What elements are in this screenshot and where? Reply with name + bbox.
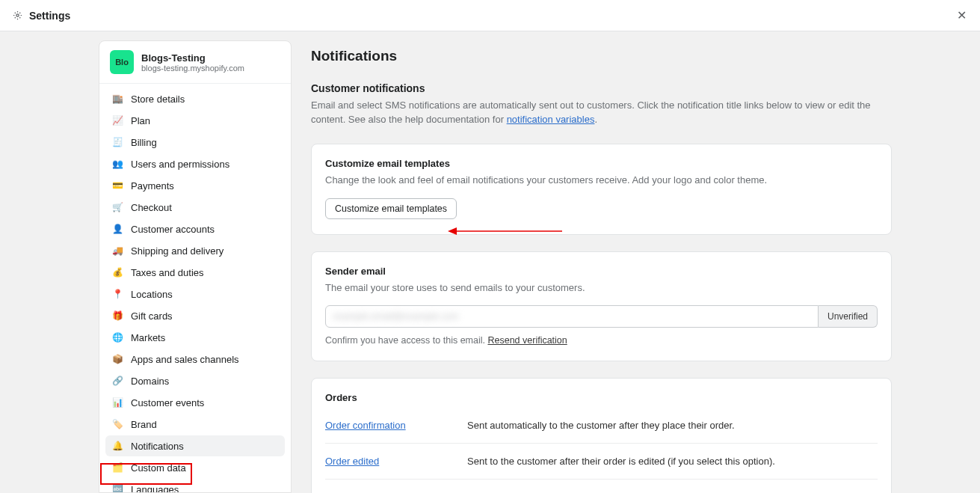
page-title: Notifications — [311, 48, 892, 64]
unverified-badge: Unverified — [819, 305, 878, 328]
storefront-icon: 🏬 — [111, 93, 123, 105]
store-name: Blogs-Testing — [141, 52, 244, 64]
sidebar-item-label: Gift cards — [131, 310, 173, 322]
sidebar-item-label: Domains — [131, 376, 169, 387]
sidebar-item-label: Locations — [131, 289, 173, 300]
svg-point-0 — [16, 14, 19, 16]
store-domain: blogs-testing.myshopify.com — [141, 64, 244, 73]
events-icon: 📊 — [111, 396, 123, 408]
sidebar-item-label: Markets — [131, 332, 165, 343]
sidebar-item-users-and-permissions[interactable]: 👥Users and permissions — [105, 153, 285, 174]
sidebar-item-label: Payments — [131, 180, 174, 192]
apps-icon: 📦 — [111, 353, 123, 365]
sidebar-item-custom-data[interactable]: 🗂️Custom data — [105, 457, 285, 478]
sidebar-item-billing[interactable]: 🧾Billing — [105, 132, 285, 153]
sidebar-item-label: Store details — [131, 94, 185, 105]
store-header[interactable]: Blo Blogs-Testing blogs-testing.myshopif… — [99, 41, 291, 84]
gear-icon — [12, 10, 23, 21]
users-icon: 👥 — [111, 158, 123, 170]
bell-icon: 🔔 — [111, 440, 123, 452]
orders-table: Order confirmationSent automatically to … — [325, 408, 878, 493]
customer-notifications-section: Customer notifications Email and select … — [311, 82, 892, 127]
data-icon: 🗂️ — [111, 462, 123, 474]
cart-icon: 🛒 — [111, 201, 123, 213]
topbar: Settings ✕ — [0, 0, 980, 31]
pin-icon: 📍 — [111, 288, 123, 300]
chart-icon: 📈 — [111, 114, 123, 126]
notification-link[interactable]: Order confirmation — [325, 420, 406, 431]
sidebar-item-shipping-and-delivery[interactable]: 🚚Shipping and delivery — [105, 240, 285, 261]
sidebar-item-markets[interactable]: 🌐Markets — [105, 327, 285, 348]
section-description: Email and select SMS notifications are a… — [311, 99, 892, 127]
sidebar-item-label: Apps and sales channels — [131, 354, 239, 365]
lang-icon: 🔤 — [111, 483, 123, 493]
card-title: Customize email templates — [325, 158, 878, 169]
sidebar-item-customer-events[interactable]: 📊Customer events — [105, 392, 285, 413]
sidebar-item-plan[interactable]: 📈Plan — [105, 110, 285, 131]
sidebar-item-payments[interactable]: 💳Payments — [105, 175, 285, 196]
notification-description: Sent to the customer after their order i… — [467, 456, 775, 467]
card-title: Orders — [325, 392, 878, 403]
card-text: The email your store uses to send emails… — [325, 281, 878, 296]
sidebar-item-label: Shipping and delivery — [131, 245, 224, 257]
card-title: Sender email — [325, 266, 878, 277]
sidebar-item-taxes-and-duties[interactable]: 💰Taxes and duties — [105, 262, 285, 283]
sender-email-input[interactable]: example.email@example.com — [325, 305, 819, 328]
section-heading: Customer notifications — [311, 82, 892, 94]
sidebar-item-locations[interactable]: 📍Locations — [105, 284, 285, 304]
table-row: Order edited invoiceSent to the customer… — [325, 480, 878, 493]
sidebar-item-label: Plan — [131, 115, 150, 126]
sidebar-item-languages[interactable]: 🔤Languages — [105, 479, 285, 493]
table-row: Order editedSent to the customer after t… — [325, 444, 878, 480]
sidebar-item-label: Languages — [131, 484, 179, 494]
sender-email-row: example.email@example.com Unverified — [325, 305, 878, 328]
sidebar-item-label: Taxes and duties — [131, 267, 204, 278]
store-avatar: Blo — [110, 50, 134, 74]
sidebar-item-label: Users and permissions — [131, 159, 229, 170]
receipt-icon: 🧾 — [111, 136, 123, 148]
sender-email-card: Sender email The email your store uses t… — [311, 251, 892, 362]
confirm-line: Confirm you have access to this email. R… — [325, 335, 878, 346]
sidebar-item-checkout[interactable]: 🛒Checkout — [105, 197, 285, 218]
close-icon[interactable]: ✕ — [955, 5, 968, 25]
sidebar-item-brand[interactable]: 🏷️Brand — [105, 414, 285, 435]
truck-icon: 🚚 — [111, 245, 123, 257]
sidebar-item-domains[interactable]: 🔗Domains — [105, 370, 285, 391]
settings-sidebar: Blo Blogs-Testing blogs-testing.myshopif… — [99, 40, 292, 493]
nav-list: 🏬Store details📈Plan🧾Billing👥Users and pe… — [99, 84, 291, 493]
notification-variables-link[interactable]: notification variables — [507, 114, 595, 125]
sidebar-item-label: Customer events — [131, 397, 204, 408]
sidebar-item-notifications[interactable]: 🔔Notifications — [105, 435, 285, 456]
card-text: Change the look and feel of email notifi… — [325, 174, 878, 188]
sidebar-item-gift-cards[interactable]: 🎁Gift cards — [105, 305, 285, 326]
sidebar-item-label: Brand — [131, 419, 157, 430]
sidebar-item-customer-accounts[interactable]: 👤Customer accounts — [105, 218, 285, 239]
sidebar-item-store-details[interactable]: 🏬Store details — [105, 88, 285, 109]
person-icon: 👤 — [111, 223, 123, 235]
main-content: Notifications Customer notifications Ema… — [292, 31, 980, 493]
sidebar-item-label: Billing — [131, 137, 157, 148]
sidebar-item-label: Custom data — [131, 462, 186, 474]
sidebar-item-apps-and-sales-channels[interactable]: 📦Apps and sales channels — [105, 349, 285, 370]
gift-icon: 🎁 — [111, 310, 123, 322]
customize-email-card: Customize email templates Change the loo… — [311, 144, 892, 235]
notification-description: Sent automatically to the customer after… — [467, 420, 735, 431]
table-row: Order confirmationSent automatically to … — [325, 408, 878, 444]
money-icon: 💰 — [111, 266, 123, 278]
brand-icon: 🏷️ — [111, 418, 123, 430]
sidebar-item-label: Customer accounts — [131, 224, 215, 235]
sidebar-item-label: Notifications — [131, 441, 184, 452]
notification-link[interactable]: Order edited — [325, 456, 379, 467]
globe-icon: 🌐 — [111, 331, 123, 343]
customize-email-templates-button[interactable]: Customize email templates — [325, 198, 457, 219]
payments-icon: 💳 — [111, 180, 123, 192]
settings-title: Settings — [29, 10, 70, 22]
sidebar-item-label: Checkout — [131, 202, 172, 213]
orders-card: Orders Order confirmationSent automatica… — [311, 378, 892, 493]
resend-verification-link[interactable]: Resend verification — [487, 335, 567, 346]
domain-icon: 🔗 — [111, 375, 123, 387]
